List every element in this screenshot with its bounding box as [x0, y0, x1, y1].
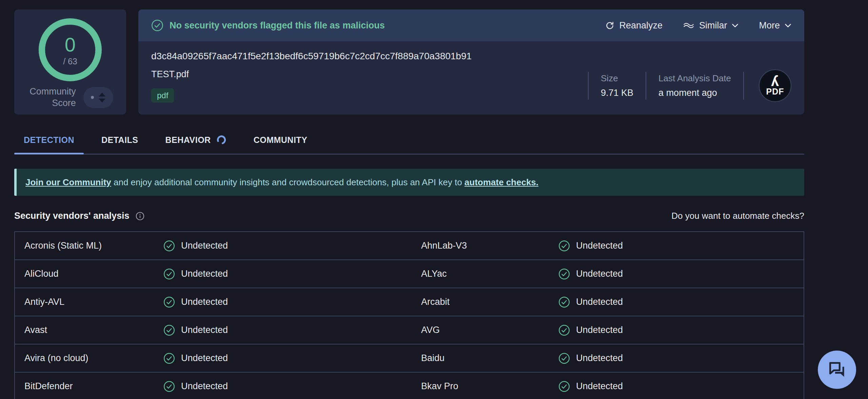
vendor-status: Undetected [558, 353, 804, 364]
vendor-status: Undetected [163, 240, 421, 252]
tab-detection[interactable]: DETECTION [14, 135, 84, 154]
join-community-link[interactable]: Join our Community [25, 177, 111, 188]
vendor-table-row: Acronis (Static ML) Undetected AhnLab-V3… [15, 232, 804, 260]
chevron-down-icon [785, 23, 791, 28]
tab-bar: DETECTION DETAILS BEHAVIOR COMMUNITY [14, 135, 804, 154]
tab-community[interactable]: COMMUNITY [244, 135, 317, 154]
check-circle-icon [558, 324, 570, 336]
loading-spinner-icon [216, 135, 226, 145]
check-circle-icon [163, 353, 175, 364]
vendor-status-label: Undetected [181, 381, 228, 392]
vendor-status: Undetected [163, 268, 421, 280]
tab-details-label: DETAILS [101, 135, 138, 145]
vendor-status-label: Undetected [576, 269, 623, 279]
vendor-status: Undetected [558, 268, 804, 280]
check-circle-icon [558, 381, 570, 392]
check-circle-icon [163, 296, 175, 308]
automate-checks-link[interactable]: automate checks. [465, 177, 538, 188]
vendor-name: Antiy-AVL [24, 297, 163, 307]
section-title: Security vendors' analysis [14, 211, 130, 221]
vendor-table-row: Avast Undetected AVG Undetected [15, 316, 804, 344]
chat-bubbles-icon [827, 360, 847, 380]
more-label: More [759, 20, 780, 31]
vendor-name: BitDefender [24, 381, 163, 392]
vendor-status-label: Undetected [181, 240, 228, 251]
divider [588, 72, 589, 100]
file-hash: d3c84a09265f7aac471f5e2f13bedf6c59719b6c… [151, 51, 472, 62]
verdict-status-bar: No security vendors flagged this file as… [138, 9, 804, 41]
file-type-tag[interactable]: pdf [151, 88, 174, 103]
vendor-status-label: Undetected [576, 325, 623, 335]
verdict-message: No security vendors flagged this file as… [170, 20, 385, 31]
community-banner-text: and enjoy additional community insights … [111, 177, 465, 188]
vendor-table-row: BitDefender Undetected Bkav Pro Undetect… [15, 373, 804, 399]
vendor-status: Undetected [558, 324, 804, 336]
vendor-status-label: Undetected [181, 353, 228, 363]
tab-details[interactable]: DETAILS [92, 135, 148, 154]
vendor-name: Baidu [421, 353, 558, 363]
vendor-status: Undetected [558, 381, 804, 392]
divider [646, 72, 646, 100]
chat-support-button[interactable] [818, 351, 856, 389]
vendor-status-label: Undetected [576, 240, 623, 251]
vote-down-icon[interactable] [99, 99, 105, 103]
community-vote-widget[interactable] [83, 87, 113, 108]
reanalyze-button[interactable]: Reanalyze [605, 20, 663, 31]
vendor-status-label: Undetected [576, 381, 623, 392]
vendor-status: Undetected [163, 353, 421, 364]
check-circle-icon [163, 268, 175, 280]
automate-checks-question[interactable]: Do you want to automate checks? [671, 211, 804, 221]
check-circle-icon [163, 324, 175, 336]
vendor-name: Avast [24, 325, 163, 335]
check-circle-icon [558, 240, 570, 252]
last-analysis-value: a moment ago [658, 88, 731, 98]
more-button[interactable]: More [759, 20, 791, 31]
vendor-status: Undetected [558, 296, 804, 308]
vendor-status-label: Undetected [181, 297, 228, 307]
tab-community-label: COMMUNITY [254, 135, 308, 145]
divider [743, 72, 744, 100]
file-header-card: No security vendors flagged this file as… [138, 9, 804, 114]
similar-label: Similar [699, 20, 727, 31]
vendor-name: Avira (no cloud) [24, 353, 163, 363]
vendor-table: Acronis (Static ML) Undetected AhnLab-V3… [14, 231, 804, 399]
detection-score-card: 0 / 63 Community Score [14, 9, 126, 114]
vendor-table-row: Avira (no cloud) Undetected Baidu Undete… [15, 344, 804, 373]
vendor-status: Undetected [163, 296, 421, 308]
reanalyze-label: Reanalyze [619, 20, 663, 31]
vendor-table-row: AliCloud Undetected ALYac Undetected [15, 260, 804, 288]
vendor-status: Undetected [163, 381, 421, 392]
vendor-name: AhnLab-V3 [421, 240, 558, 251]
vendor-name: AVG [421, 325, 558, 335]
join-community-banner: Join our Community and enjoy additional … [14, 169, 804, 196]
info-icon[interactable] [136, 212, 144, 220]
detection-score-total: / 63 [63, 57, 77, 66]
vendor-status-label: Undetected [181, 325, 228, 335]
community-score-label: Community Score [27, 86, 76, 109]
similar-waves-icon [683, 22, 694, 29]
vendor-name: AliCloud [24, 269, 163, 279]
last-analysis-label: Last Analysis Date [658, 73, 731, 84]
check-circle-icon [558, 296, 570, 308]
vendor-name: Arcabit [421, 297, 558, 307]
refresh-icon [605, 21, 614, 30]
check-circle-icon [163, 381, 175, 392]
tab-behavior[interactable]: BEHAVIOR [156, 135, 236, 154]
check-circle-icon [558, 353, 570, 364]
vendor-status-label: Undetected [576, 297, 623, 307]
size-label: Size [601, 73, 633, 84]
vote-up-icon[interactable] [99, 92, 105, 97]
vendor-table-row: Antiy-AVL Undetected Arcabit Undetected [15, 288, 804, 316]
vendor-name: Acronis (Static ML) [24, 240, 163, 251]
vendor-status-label: Undetected [576, 353, 623, 363]
check-circle-icon [163, 240, 175, 252]
tab-detection-label: DETECTION [24, 135, 74, 145]
tab-behavior-label: BEHAVIOR [165, 135, 211, 145]
similar-button[interactable]: Similar [683, 20, 739, 31]
check-circle-icon [558, 268, 570, 280]
size-value: 9.71 KB [601, 88, 633, 98]
detection-score-ring: 0 / 63 [39, 18, 102, 81]
vendor-name: Bkav Pro [421, 381, 558, 392]
chevron-down-icon [732, 23, 738, 28]
file-info-bar: d3c84a09265f7aac471f5e2f13bedf6c59719b6c… [138, 41, 804, 114]
